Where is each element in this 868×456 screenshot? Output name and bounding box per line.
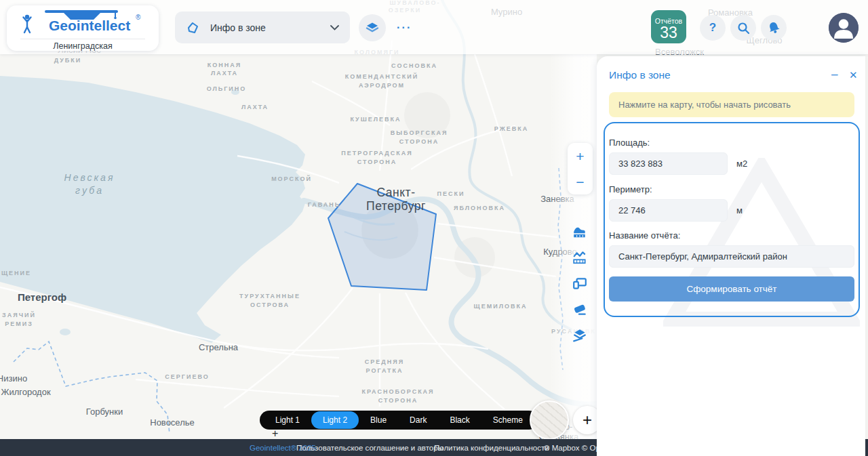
map-style-switcher: Light 1Light 2BlueDarkBlackScheme xyxy=(260,411,538,430)
more-tools-button[interactable]: ... xyxy=(393,18,416,32)
tool-selector-dropdown[interactable]: Инфо в зоне xyxy=(175,12,350,43)
eraser-icon xyxy=(572,302,589,316)
notifications-button[interactable] xyxy=(761,15,787,41)
report-name-input[interactable] xyxy=(609,245,854,268)
logo-card[interactable]: Geointellect ® Ленинградская xyxy=(7,5,159,51)
chevron-down-icon xyxy=(330,25,339,30)
map-zoom-controls: + − xyxy=(568,143,593,194)
area-input[interactable] xyxy=(609,152,728,175)
perimeter-unit: м xyxy=(736,205,743,215)
style-option-light-2[interactable]: Light 2 xyxy=(311,411,359,429)
panel-title: Инфо в зоне xyxy=(609,69,671,81)
map-style-thumbnail[interactable] xyxy=(530,400,569,440)
draw-hint-banner: Нажмите на карту, чтобы начать рисовать xyxy=(609,92,854,117)
line-chart-icon xyxy=(572,250,589,265)
top-bar: Geointellect ® Ленинградская Инфо в зоне xyxy=(0,0,868,54)
devices-icon xyxy=(572,276,589,291)
eraser-button[interactable] xyxy=(572,301,589,317)
perimeter-label: Периметр: xyxy=(609,184,652,194)
style-option-light-1[interactable]: Light 1 xyxy=(264,411,311,429)
layers-icon xyxy=(366,21,379,35)
logo-divider xyxy=(20,39,145,39)
close-panel-button[interactable]: ✕ xyxy=(845,68,862,82)
area-unit: м2 xyxy=(736,159,747,169)
user-avatar[interactable] xyxy=(829,13,859,43)
style-option-scheme[interactable]: Scheme xyxy=(481,411,534,429)
map-cross-marker: + xyxy=(272,428,278,440)
region-label: Ленинградская xyxy=(7,41,159,51)
area-label: Площадь: xyxy=(609,138,650,148)
question-icon: ? xyxy=(709,21,716,35)
logo-registered-mark: ® xyxy=(136,14,140,21)
logo-person-icon xyxy=(22,14,33,35)
map-tools-toolbar xyxy=(567,224,593,343)
layers-clear-button[interactable] xyxy=(572,327,589,343)
tool-selector-label: Инфо в зоне xyxy=(210,22,266,33)
area-report-button[interactable] xyxy=(572,224,589,240)
zoom-out-button[interactable]: − xyxy=(568,169,593,194)
style-option-black[interactable]: Black xyxy=(438,411,481,429)
app-window: ДУБКИШУВАЛОВО-ОЗЕРКИКОННАЯЛАХТАОЛЬГИНОЛА… xyxy=(0,0,868,456)
perimeter-input[interactable] xyxy=(609,199,728,222)
footer-agreement-link[interactable]: Пользовательское соглашение и авторы xyxy=(296,444,443,452)
info-zone-panel: Инфо в зоне – ✕ Нажмите на карту, чтобы … xyxy=(597,56,865,456)
reports-count: 33 xyxy=(651,25,686,41)
style-option-blue[interactable]: Blue xyxy=(359,411,398,429)
devices-button[interactable] xyxy=(572,275,589,291)
minimize-panel-button[interactable]: – xyxy=(827,67,842,82)
logo-text: Geointellect xyxy=(49,18,130,34)
layers-slash-icon xyxy=(572,327,589,342)
reports-counter-button[interactable]: Отчётов 33 xyxy=(651,10,686,43)
line-chart-button[interactable] xyxy=(572,249,589,266)
polygon-icon xyxy=(186,21,199,35)
report-name-label: Название отчёта: xyxy=(609,230,680,241)
bell-icon xyxy=(767,21,781,35)
layers-button[interactable] xyxy=(359,14,386,41)
footer-privacy-link[interactable]: Политика конфиденциальности xyxy=(434,444,549,452)
area-chart-icon xyxy=(572,224,589,239)
generate-report-button[interactable]: Сформировать отчёт xyxy=(609,276,854,302)
search-button[interactable] xyxy=(730,15,756,41)
search-icon xyxy=(737,22,750,35)
help-button[interactable]: ? xyxy=(700,15,726,41)
style-option-dark[interactable]: Dark xyxy=(398,411,438,429)
zoom-in-button[interactable]: + xyxy=(568,143,593,169)
